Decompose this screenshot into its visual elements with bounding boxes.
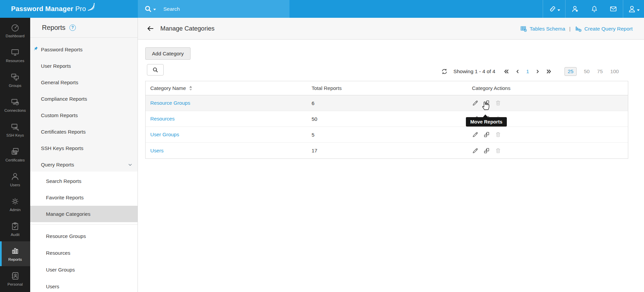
reports-nav-favorite-reports[interactable]: Favorite Reports [30,189,138,206]
reports-nav-label: Users [46,284,59,289]
rail-item-admin[interactable]: Admin [0,192,30,216]
search-icon [144,5,152,13]
category-link[interactable]: Users [146,148,164,153]
total-reports-value: 5 [312,132,472,138]
column-total-reports: Total Reports [312,85,472,91]
mail-icon[interactable] [603,0,623,18]
page-size-50[interactable]: 50 [584,68,590,75]
first-page-icon[interactable] [503,68,509,75]
page-size-100[interactable]: 100 [610,68,619,75]
reports-nav-password-reports[interactable]: Password Reports [30,41,138,58]
trash-icon [495,147,501,154]
rail-item-connections[interactable]: Connections [0,92,30,117]
notification-bell-icon[interactable] [585,0,603,18]
category-link[interactable]: User Groups [146,132,179,137]
page-size-25[interactable]: 25 [565,67,576,76]
tables-schema-icon [520,25,527,33]
reports-nav-label: Favorite Reports [46,195,84,200]
reports-nav-label: Manage Categories [46,211,91,217]
links-separator: | [569,26,571,32]
reports-nav-label: Query Reports [41,162,74,167]
table-row-user-groups: User Groups5 [146,127,628,143]
last-page-icon[interactable] [546,68,552,75]
tables-schema-link[interactable]: Tables Schema [520,25,565,33]
monitors-icon [10,72,20,82]
edit-icon[interactable] [472,100,479,106]
reports-nav-user-groups[interactable]: User Groups [30,261,138,278]
create-query-report-icon [575,25,582,33]
reports-nav-label: Search Reports [46,178,82,184]
pagination-bar: Showing 1 - 4 of 4 1 255075100 [441,66,619,77]
current-page-number[interactable]: 1 [526,68,529,75]
move-reports-icon[interactable] [483,100,490,106]
back-arrow-icon[interactable] [147,25,155,33]
reports-nav-compliance-reports[interactable]: Compliance Reports [30,91,138,107]
reports-nav-manage-categories[interactable]: Manage Categories [30,206,138,222]
reports-nav-resources[interactable]: Resources [30,244,138,261]
reports-nav-resource-groups[interactable]: Resource Groups [30,228,138,244]
edit-icon[interactable] [472,147,479,154]
rail-item-ssh-keys[interactable]: SSH Keys [0,117,30,142]
logo-text-bold: Password Manager [11,5,73,13]
create-query-report-link[interactable]: Create Query Report [575,25,633,33]
rail-item-label: Certificates [5,158,25,162]
reports-nav-search-reports[interactable]: Search Reports [30,173,138,189]
rail-item-groups[interactable]: Groups [0,67,30,92]
sort-icon[interactable] [189,86,193,91]
edit-icon[interactable] [472,131,479,138]
next-page-icon[interactable] [535,69,540,74]
rail-item-users[interactable]: Users [0,167,30,192]
column-category-name[interactable]: Category Name [146,85,312,91]
user-icon [10,172,20,181]
rail-item-resources[interactable]: Resources [0,43,30,67]
rail-item-personal[interactable]: Personal [0,266,30,291]
rail-item-audit[interactable]: Audit [0,216,30,241]
reports-nav-general-reports[interactable]: General Reports [30,74,138,91]
reports-nav-custom-reports[interactable]: Custom Reports [30,107,138,124]
move-reports-icon[interactable] [483,147,490,154]
rail-item-label: Users [10,183,20,187]
category-link[interactable]: Resources [146,116,175,121]
table-search-button[interactable] [147,64,164,76]
page-size-options: 255075100 [559,67,619,76]
refresh-icon[interactable] [441,68,448,75]
category-actions [472,100,628,106]
rail-item-label: Reports [8,257,22,261]
rail-item-reports[interactable]: Reports [0,241,30,266]
total-reports-value: 6 [312,100,472,106]
category-link[interactable]: Resource Groups [146,100,190,106]
reports-sidebar: Reports ? Password ReportsUser ReportsGe… [30,18,138,292]
rail-item-label: Resources [6,59,24,63]
chevron-down-icon[interactable] [127,162,133,167]
account-icon[interactable] [623,0,644,18]
previous-page-icon[interactable] [515,69,520,74]
create-query-report-label: Create Query Report [584,26,633,32]
trash-icon [495,100,501,106]
page-size-75[interactable]: 75 [597,68,603,75]
divider [30,224,138,225]
rail-item-label: SSH Keys [6,133,24,137]
resource-link-icon[interactable] [543,0,565,18]
page-title: Manage Categories [160,25,214,32]
logo-text-light: Pro [75,5,86,13]
reports-nav-ssh-keys-reports[interactable]: SSH Keys Reports [30,140,138,156]
add-category-button[interactable]: Add Category [145,47,191,60]
rail-item-label: Connections [4,108,26,112]
category-actions [472,147,628,154]
rail-item-dashboard[interactable]: Dashboard [0,18,30,43]
dropdown-caret-icon [637,9,640,11]
global-search-bar[interactable]: Search [138,0,289,18]
rail-item-certificates[interactable]: Certificates [0,142,30,167]
move-reports-icon[interactable] [483,131,490,138]
trash-icon [495,131,501,138]
tables-schema-label: Tables Schema [530,26,565,32]
reports-nav-user-reports[interactable]: User Reports [30,58,138,74]
sshkeys-icon [10,122,20,132]
reports-nav-users[interactable]: Users [30,278,138,292]
page-header: Manage Categories Tables Schema | [138,18,644,40]
reports-nav-certificates-reports[interactable]: Certificates Reports [30,124,138,140]
reports-nav-query-reports[interactable]: Query Reports [30,156,138,173]
search-scope-caret-icon[interactable] [153,9,156,10]
help-icon[interactable]: ? [69,25,76,31]
user-star-icon[interactable] [566,0,585,18]
